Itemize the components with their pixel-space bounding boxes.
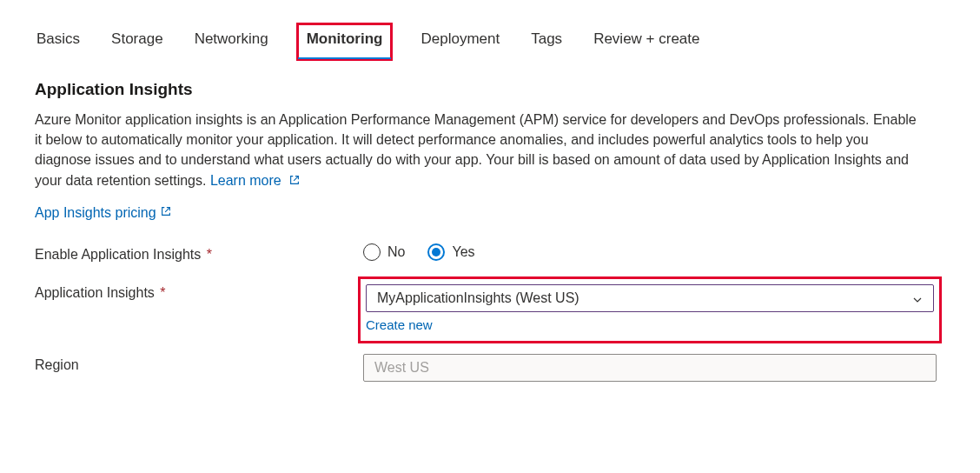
pricing-link[interactable]: App Insights pricing [35,205,172,221]
region-label: Region [35,354,363,373]
enable-radio-group: No Yes [363,243,937,261]
external-link-icon [288,171,301,191]
external-link-icon [160,205,172,221]
radio-yes[interactable]: Yes [427,243,474,261]
description-text: Azure Monitor application insights is an… [35,112,917,188]
app-insights-label: Application Insights * [35,282,363,301]
learn-more-link[interactable]: Learn more [210,173,301,188]
tabs-bar: Basics Storage Networking Monitoring Dep… [35,24,945,59]
required-indicator: * [160,285,165,300]
section-description: Azure Monitor application insights is an… [35,110,921,191]
chevron-down-icon [912,293,923,303]
radio-yes-label: Yes [452,244,474,260]
radio-circle-icon [427,243,445,261]
required-indicator: * [207,247,212,262]
enable-insights-label: Enable Application Insights * [35,243,363,263]
highlight-box: MyApplicationInsights (West US) Create n… [358,276,942,343]
tab-basics[interactable]: Basics [35,24,82,59]
tab-storage[interactable]: Storage [109,24,165,59]
create-new-link[interactable]: Create new [366,317,433,332]
region-input [363,354,937,382]
app-insights-label-text: Application Insights [35,285,155,300]
radio-no[interactable]: No [363,243,405,261]
row-app-insights: Application Insights * MyApplicationInsi… [35,282,945,335]
tab-review-create[interactable]: Review + create [592,24,701,59]
row-region: Region [35,354,945,382]
tab-deployment[interactable]: Deployment [419,24,501,59]
app-insights-dropdown[interactable]: MyApplicationInsights (West US) [366,284,934,312]
section-heading: Application Insights [35,80,945,99]
tab-networking[interactable]: Networking [193,24,270,59]
enable-insights-control: No Yes [363,243,937,261]
radio-no-label: No [387,244,405,260]
app-insights-control: MyApplicationInsights (West US) Create n… [363,282,937,335]
learn-more-label: Learn more [210,173,281,188]
row-enable-insights: Enable Application Insights * No Yes [35,243,945,263]
enable-insights-label-text: Enable Application Insights [35,247,201,262]
dropdown-value: MyApplicationInsights (West US) [377,290,579,306]
pricing-link-label: App Insights pricing [35,205,156,221]
region-control [363,354,937,382]
tab-monitoring[interactable]: Monitoring [298,24,392,59]
tab-tags[interactable]: Tags [529,24,564,59]
radio-circle-icon [363,243,381,261]
